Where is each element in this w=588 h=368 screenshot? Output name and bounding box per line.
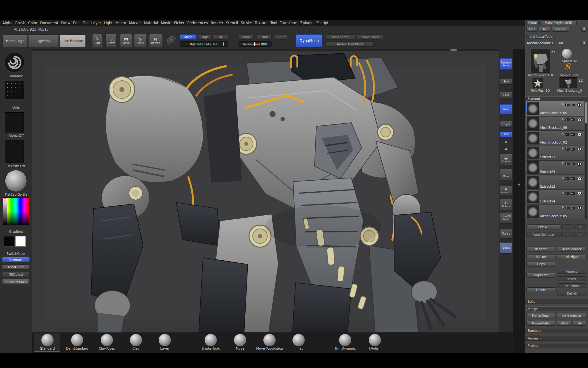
brush-layer[interactable]: Layer bbox=[150, 333, 179, 350]
all-high-button[interactable]: All High bbox=[557, 254, 586, 259]
mrgb-button[interactable]: Mrgb bbox=[180, 34, 197, 40]
toggle-icon[interactable] bbox=[571, 118, 575, 121]
menu-item-marker[interactable]: Marker bbox=[129, 21, 141, 25]
menu-item-zplugin[interactable]: Zplugin bbox=[300, 21, 313, 25]
stroke-preview-icon[interactable] bbox=[167, 36, 176, 45]
eye-icon[interactable] bbox=[577, 118, 582, 121]
menu-item-preferences[interactable]: Preferences bbox=[187, 21, 208, 25]
menu-item-macro[interactable]: Macro bbox=[115, 21, 126, 25]
menu-item-transform[interactable]: Transform bbox=[280, 21, 297, 25]
zadd-button[interactable]: Zadd bbox=[239, 34, 254, 40]
floor-button[interactable]: Floor bbox=[500, 92, 512, 98]
blank-button[interactable] bbox=[561, 224, 573, 229]
live-boolean-button[interactable]: Live Boolean bbox=[60, 34, 86, 47]
menu-item-light[interactable]: Light bbox=[104, 21, 113, 25]
menu-item-draw[interactable]: Draw bbox=[61, 21, 70, 25]
all-low-button[interactable]: All Low bbox=[526, 254, 556, 259]
project-section-header[interactable]: Project bbox=[525, 343, 588, 348]
color-picker[interactable] bbox=[3, 197, 29, 225]
alpha-thumbnail[interactable] bbox=[5, 112, 24, 132]
rgb-button[interactable]: Rgb bbox=[198, 34, 212, 40]
menu-item-material[interactable]: Material bbox=[144, 21, 158, 25]
boolean-section-header[interactable]: Boolean bbox=[525, 328, 588, 333]
local-button[interactable]: Local bbox=[500, 104, 512, 114]
list-all-button[interactable]: List All bbox=[526, 224, 560, 229]
brush-move[interactable]: Move bbox=[226, 333, 254, 350]
toggle-icon[interactable] bbox=[571, 207, 575, 209]
toggle-icon[interactable] bbox=[571, 177, 575, 180]
toggle-icon[interactable] bbox=[571, 163, 575, 165]
xyz-button[interactable]: XYZ bbox=[500, 132, 512, 137]
value-strip[interactable] bbox=[3, 198, 7, 225]
weld-button[interactable]: Weld bbox=[557, 321, 572, 326]
dynamesh-button[interactable]: DynaMesh bbox=[296, 34, 322, 47]
toggle-icon[interactable] bbox=[565, 104, 570, 106]
collapse-arrow-icon[interactable]: ◀ bbox=[518, 183, 520, 186]
menu-item-texture[interactable]: Texture bbox=[255, 21, 268, 25]
brush-claytubes[interactable]: ClayTubes bbox=[92, 333, 121, 350]
frame-button[interactable]: ▣Frame bbox=[500, 154, 512, 165]
scrollbar-thumb[interactable] bbox=[585, 102, 587, 124]
toggle-icon[interactable] bbox=[565, 133, 570, 136]
polymesh3d-thumbnail[interactable] bbox=[533, 78, 543, 88]
del-all-button[interactable]: Del All bbox=[557, 291, 586, 296]
move-button[interactable]: M Move bbox=[120, 34, 132, 47]
solo-button[interactable]: Solo bbox=[500, 79, 512, 85]
linefill-button[interactable]: Line FillPolyF bbox=[500, 212, 512, 224]
paint-icon[interactable]: ✎ bbox=[562, 132, 564, 136]
uv-button[interactable]: Uv bbox=[573, 321, 586, 326]
menu-item-edit[interactable]: Edit bbox=[73, 21, 80, 25]
r-button[interactable]: R bbox=[581, 27, 586, 32]
toggle-icon[interactable] bbox=[571, 192, 575, 195]
all-button[interactable]: All bbox=[539, 27, 550, 32]
subtool-scrollbar[interactable] bbox=[585, 102, 587, 219]
edit-button[interactable]: ✎ Edit bbox=[92, 34, 102, 47]
mirror-and-weld-button[interactable]: Mirror And Weld bbox=[326, 41, 374, 47]
switchcolor-label[interactable]: SwitchColor bbox=[0, 252, 32, 255]
menu-item-picker[interactable]: Picker bbox=[174, 21, 184, 25]
menu-item-movie[interactable]: Movie bbox=[161, 21, 171, 25]
move-view-button[interactable]: +Move bbox=[500, 169, 512, 180]
sphere3d-thumbnail[interactable] bbox=[562, 49, 572, 59]
menu-item-render[interactable]: Render bbox=[211, 21, 223, 25]
subtool-row[interactable]: ✎ MechBlockout_02 bbox=[526, 131, 584, 145]
brush-move-topological[interactable]: Move Topologica bbox=[255, 333, 284, 350]
mergesimilar-button[interactable]: MergeSimilar bbox=[557, 313, 586, 318]
eye-icon[interactable] bbox=[577, 148, 582, 151]
toggle-icon[interactable] bbox=[565, 118, 570, 121]
subtool-row[interactable]: ✎ Extract14 bbox=[526, 190, 584, 204]
viewport[interactable] bbox=[32, 49, 499, 332]
subtool-row[interactable]: ✎ MechBlockout_09 bbox=[526, 116, 584, 131]
autoreorder-button[interactable]: AutoReorder bbox=[557, 247, 586, 251]
brush-standard[interactable]: Standard bbox=[33, 333, 62, 350]
draw-button[interactable]: ⊕ Draw bbox=[105, 34, 117, 47]
toggle-icon[interactable] bbox=[565, 177, 570, 180]
del-hidden-button[interactable]: Del Hidden bbox=[326, 34, 355, 40]
accucurve-button[interactable]: AccuCurve bbox=[2, 264, 30, 270]
toggle-icon[interactable] bbox=[565, 207, 570, 209]
lightbox-tools-button[interactable]: Lightbox▶Tools bbox=[526, 34, 556, 39]
mech-model[interactable] bbox=[32, 49, 499, 332]
eye-icon[interactable] bbox=[577, 206, 582, 210]
brush-thumbnail[interactable] bbox=[5, 53, 24, 72]
rename-button[interactable]: Rename bbox=[526, 247, 556, 251]
subtool-row[interactable]: ✎ MechBlockout_05 bbox=[526, 205, 584, 219]
brush-damstandard[interactable]: DamStandard bbox=[63, 333, 92, 350]
paint-icon[interactable]: ✎ bbox=[562, 206, 564, 209]
subtool-row[interactable]: ✎ Extract13 bbox=[526, 175, 584, 190]
toggle-icon[interactable] bbox=[565, 163, 570, 165]
toggle-icon[interactable] bbox=[571, 148, 575, 151]
cycle-icon[interactable]: ⇄ bbox=[500, 146, 512, 151]
remesh-section-header[interactable]: Remesh bbox=[525, 336, 588, 341]
eye-icon[interactable] bbox=[577, 133, 582, 136]
lsym-button[interactable]: L.Sym bbox=[500, 121, 512, 128]
menu-item-brush[interactable]: Brush bbox=[15, 21, 25, 25]
auto-collapse-button[interactable]: Auto Collapse bbox=[526, 232, 560, 237]
brush-trimdynamic[interactable]: TrimDynamic bbox=[331, 333, 360, 350]
insert-button[interactable]: Insert bbox=[557, 276, 586, 281]
clone-button[interactable]: Clone bbox=[526, 20, 539, 25]
mergedown-button[interactable]: MergeDown bbox=[526, 313, 556, 318]
toggle-icon[interactable] bbox=[565, 192, 570, 195]
resolution-slider[interactable]: Resolution 880 bbox=[239, 41, 272, 47]
tool-r-button[interactable]: R bbox=[581, 41, 586, 45]
